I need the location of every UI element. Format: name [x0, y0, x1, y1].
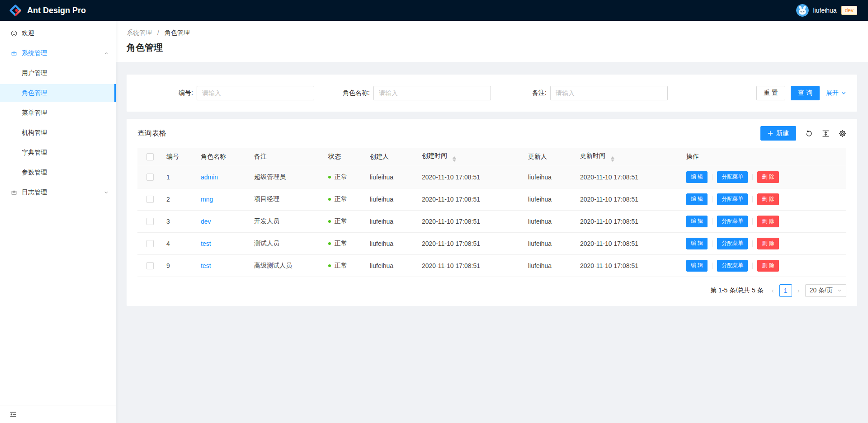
top-header: Ant Design Pro liufeihua dev	[0, 0, 868, 21]
role-name-link[interactable]: mng	[201, 196, 213, 203]
next-page-button[interactable]: ›	[796, 287, 802, 294]
edit-button[interactable]: 编 辑	[686, 171, 708, 183]
action-divider	[712, 196, 712, 202]
created-time-cell: 2020-11-10 17:08:51	[418, 210, 524, 232]
delete-button[interactable]: 删 除	[757, 238, 778, 249]
assign-menu-button[interactable]: 分配菜单	[717, 260, 748, 272]
sidebar-item-log-management[interactable]: 日志管理	[0, 183, 116, 202]
remark-cell: 开发人员	[250, 210, 325, 232]
sidebar-item-user-management[interactable]: 用户管理	[0, 64, 116, 82]
creator-cell: liufeihua	[366, 210, 418, 232]
assign-menu-button[interactable]: 分配菜单	[717, 193, 748, 205]
assign-menu-button[interactable]: 分配菜单	[717, 171, 748, 183]
crown-icon	[11, 189, 17, 196]
assign-menu-button[interactable]: 分配菜单	[717, 238, 748, 249]
density-icon[interactable]	[822, 130, 830, 137]
sidebar-item-label: 参数管理	[22, 169, 47, 177]
role-id-cell: 1	[163, 166, 197, 188]
field-remark: 备注:	[491, 86, 668, 100]
updated-time-cell: 2020-11-10 17:08:51	[576, 166, 683, 188]
updated-time-cell: 2020-11-10 17:08:51	[576, 254, 683, 277]
col-header-label: 创建时间	[422, 152, 447, 159]
toolbar-actions: 新建	[760, 126, 846, 141]
role-name-input[interactable]	[373, 86, 491, 100]
role-name-link[interactable]: test	[201, 262, 211, 269]
select-all-checkbox[interactable]	[146, 153, 154, 160]
delete-button[interactable]: 删 除	[757, 260, 778, 272]
crown-icon	[11, 50, 17, 56]
breadcrumb-separator: /	[157, 29, 159, 36]
row-checkbox[interactable]	[146, 174, 154, 181]
user-avatar[interactable]	[796, 4, 809, 17]
role-id-cell: 2	[163, 188, 197, 210]
page-number-1[interactable]: 1	[779, 284, 792, 297]
edit-button[interactable]: 编 辑	[686, 193, 708, 205]
layout: 欢迎 系统管理 用户管理	[0, 21, 868, 423]
table-row: 2 mng 项目经理 正常 liufeihua 2020-11-10 17:08…	[137, 188, 846, 210]
creator-cell: liufeihua	[366, 188, 418, 210]
delete-button[interactable]: 删 除	[757, 171, 778, 183]
chevron-up-icon	[104, 51, 108, 56]
remark-cell: 测试人员	[250, 232, 325, 254]
sidebar-item-org-management[interactable]: 机构管理	[0, 124, 116, 142]
breadcrumb-link-system[interactable]: 系统管理	[127, 29, 152, 36]
sidebar-item-role-management[interactable]: 角色管理	[0, 84, 116, 102]
status-badge: 正常	[328, 195, 347, 203]
new-button[interactable]: 新建	[760, 126, 796, 141]
updater-cell: liufeihua	[524, 188, 576, 210]
role-name-link[interactable]: test	[201, 240, 211, 247]
role-name-link[interactable]: admin	[201, 174, 218, 181]
action-divider	[712, 218, 712, 225]
sidebar-item-system-management[interactable]: 系统管理	[0, 44, 116, 62]
role-name-label: 角色名称:	[343, 89, 370, 97]
row-checkbox[interactable]	[146, 262, 154, 269]
col-header-id: 编号	[163, 148, 197, 166]
page-size-value: 20 条/页	[810, 287, 833, 295]
col-header-updated-time[interactable]: 更新时间	[576, 148, 683, 166]
expand-toggle[interactable]: 展开	[826, 89, 846, 97]
page-size-select[interactable]: 20 条/页	[805, 284, 846, 297]
delete-button[interactable]: 删 除	[757, 193, 778, 205]
user-area[interactable]: liufeihua dev	[796, 4, 857, 17]
action-divider	[712, 174, 712, 180]
sidebar-collapse-trigger[interactable]	[0, 405, 116, 423]
remark-cell: 项目经理	[250, 188, 325, 210]
reload-icon[interactable]	[805, 130, 813, 137]
settings-gear-icon[interactable]	[839, 130, 846, 137]
sidebar-item-param-management[interactable]: 参数管理	[0, 164, 116, 182]
chevron-down-icon	[104, 190, 108, 195]
status-label: 正常	[335, 240, 347, 248]
reset-button[interactable]: 重 置	[756, 86, 785, 100]
role-id-input[interactable]	[197, 86, 314, 100]
col-header-updater: 更新人	[524, 148, 576, 166]
assign-menu-button[interactable]: 分配菜单	[717, 216, 748, 227]
created-time-cell: 2020-11-10 17:08:51	[418, 254, 524, 277]
table-header-row: 编号 角色名称 备注 状态 创建人 创建时间 更新人	[137, 148, 846, 166]
edit-button[interactable]: 编 辑	[686, 216, 708, 227]
table-row: 9 test 高级测试人员 正常 liufeihua 2020-11-10 17…	[137, 254, 846, 277]
expand-label: 展开	[826, 89, 839, 97]
sidebar: 欢迎 系统管理 用户管理	[0, 21, 116, 423]
prev-page-button[interactable]: ‹	[770, 287, 776, 294]
edit-button[interactable]: 编 辑	[686, 260, 708, 272]
role-name-link[interactable]: dev	[201, 218, 211, 225]
remark-label: 备注:	[532, 89, 547, 97]
query-button[interactable]: 查 询	[791, 86, 820, 100]
updated-time-cell: 2020-11-10 17:08:51	[576, 232, 683, 254]
created-time-cell: 2020-11-10 17:08:51	[418, 232, 524, 254]
row-checkbox[interactable]	[146, 240, 154, 247]
status-dot-icon	[328, 264, 331, 267]
sidebar-item-dict-management[interactable]: 字典管理	[0, 144, 116, 162]
table-row: 3 dev 开发人员 正常 liufeihua 2020-11-10 17:08…	[137, 210, 846, 232]
col-header-creator: 创建人	[366, 148, 418, 166]
sidebar-item-menu-management[interactable]: 菜单管理	[0, 104, 116, 122]
row-checkbox[interactable]	[146, 218, 154, 225]
delete-button[interactable]: 删 除	[757, 216, 778, 227]
creator-cell: liufeihua	[366, 232, 418, 254]
row-checkbox[interactable]	[146, 196, 154, 203]
remark-input[interactable]	[550, 86, 668, 100]
sidebar-item-welcome[interactable]: 欢迎	[0, 24, 116, 42]
edit-button[interactable]: 编 辑	[686, 238, 708, 249]
plus-icon	[768, 131, 773, 136]
col-header-created-time[interactable]: 创建时间	[418, 148, 524, 166]
